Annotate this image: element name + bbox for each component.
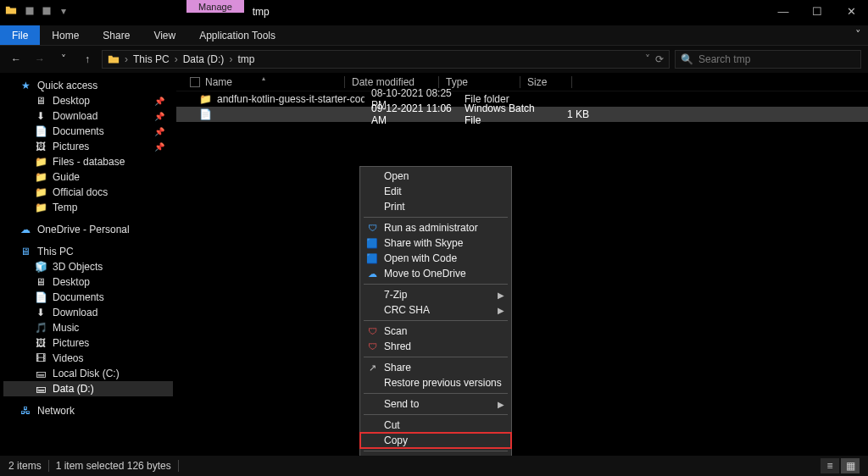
sidebar-network[interactable]: 🖧 Network — [3, 403, 173, 418]
sidebar-item-qa-4[interactable]: 📁Files - database — [3, 154, 173, 169]
sidebar-item-qa-6[interactable]: 📁Official docs — [3, 185, 173, 200]
network-icon: 🖧 — [19, 404, 32, 418]
3d-icon: 🧊 — [34, 260, 47, 274]
sidebar-item-pc-8[interactable]: 🖴Data (D:) — [3, 381, 173, 396]
context-menu-share-with-skype[interactable]: 🟦Share with Skype — [360, 235, 511, 251]
chevron-right-icon[interactable]: › — [229, 53, 232, 65]
up-button[interactable]: ↑ — [78, 50, 97, 69]
sidebar-item-qa-5[interactable]: 📁Guide — [3, 169, 173, 185]
sidebar-item-qa-0[interactable]: 🖥Desktop📌 — [3, 93, 173, 108]
tab-view[interactable]: View — [142, 25, 187, 45]
context-menu-crc-sha[interactable]: CRC SHA▶ — [360, 302, 511, 318]
sidebar-item-pc-3[interactable]: ⬇Download — [3, 305, 173, 320]
window-folder-icon — [5, 4, 19, 18]
context-menu-separator — [364, 414, 508, 415]
sidebar-item-pc-4[interactable]: 🎵Music — [3, 320, 173, 335]
context-menu-open-with-code[interactable]: 🟦Open with Code — [360, 251, 511, 266]
qat-dropdown[interactable]: ▾ — [56, 3, 71, 19]
maximize-button[interactable]: ☐ — [800, 0, 834, 22]
ribbon-collapse-icon[interactable]: ˅ — [855, 28, 861, 41]
sidebar-item-qa-3[interactable]: 🖼Pictures📌 — [3, 139, 173, 154]
select-all-checkbox[interactable] — [190, 77, 200, 87]
sidebar-item-pc-5[interactable]: 🖼Pictures — [3, 335, 173, 351]
context-menu-separator — [364, 284, 508, 285]
chevron-right-icon: ▶ — [498, 306, 504, 315]
pin-icon: 📌 — [154, 127, 164, 136]
sidebar-item-pc-1[interactable]: 🖥Desktop — [3, 274, 173, 290]
search-box[interactable]: 🔍 — [675, 50, 861, 69]
qat-button-1[interactable] — [22, 3, 37, 19]
chevron-right-icon[interactable]: › — [125, 53, 128, 65]
context-menu-print[interactable]: Print — [360, 199, 511, 214]
status-item-count: 2 items — [8, 460, 42, 472]
search-input[interactable] — [698, 53, 855, 65]
context-menu-share[interactable]: ↗Share — [360, 360, 511, 375]
folder-icon: 📁 — [34, 185, 47, 199]
breadcrumb-this-pc[interactable]: This PC — [133, 53, 170, 65]
tab-home[interactable]: Home — [40, 25, 91, 45]
shield-red-icon: 🛡 — [365, 324, 379, 338]
context-menu-send-to[interactable]: Send to▶ — [360, 396, 511, 412]
context-menu-restore-previous-versions[interactable]: Restore previous versions — [360, 375, 511, 390]
sidebar-quick-access[interactable]: ★ Quick access — [3, 78, 173, 93]
refresh-icon[interactable]: ⟳ — [655, 53, 664, 65]
title-bar: ▾ Manage tmp — ☐ ✕ — [0, 0, 868, 25]
context-menu-7-zip[interactable]: 7-Zip▶ — [360, 287, 511, 302]
address-dropdown-icon[interactable]: ˅ — [645, 53, 650, 65]
context-menu-separator — [364, 357, 508, 357]
ribbon-tabs: File Home Share View Application Tools ˅ — [0, 25, 868, 46]
pin-icon: 📌 — [154, 97, 164, 106]
context-menu-run-as-administrator[interactable]: 🛡Run as administrator — [360, 220, 511, 235]
column-headers: Name ▴ Date modified Type Size — [176, 73, 868, 91]
minimize-button[interactable]: — — [766, 0, 800, 22]
file-row-1[interactable]: 📄09-12-2021 11:06 AMWindows Batch File1 … — [176, 107, 868, 122]
star-icon: ★ — [19, 79, 32, 92]
sidebar-item-pc-2[interactable]: 📄Documents — [3, 290, 173, 305]
context-menu-copy[interactable]: Copy — [360, 433, 511, 448]
column-header-size[interactable]: Size — [520, 76, 571, 88]
sidebar-item-pc-7[interactable]: 🖴Local Disk (C:) — [3, 366, 173, 381]
folder-icon: 📁 — [34, 155, 47, 169]
forward-button[interactable]: → — [31, 50, 49, 69]
context-menu-open[interactable]: Open — [360, 169, 511, 184]
recent-dropdown[interactable]: ˅ — [54, 50, 73, 69]
search-icon: 🔍 — [681, 53, 693, 65]
context-menu-shred[interactable]: 🛡Shred — [360, 339, 511, 354]
svg-rect-1 — [43, 8, 50, 14]
sidebar-item-qa-2[interactable]: 📄Documents📌 — [3, 124, 173, 139]
music-icon: 🎵 — [34, 321, 47, 335]
close-button[interactable]: ✕ — [834, 0, 868, 22]
tab-application-tools[interactable]: Application Tools — [187, 25, 287, 45]
context-menu-cut[interactable]: Cut — [360, 418, 511, 433]
status-selection: 1 item selected 126 bytes — [56, 460, 171, 472]
qat-button-2[interactable] — [39, 3, 54, 19]
breadcrumb-folder[interactable]: tmp — [237, 53, 254, 65]
tab-share[interactable]: Share — [91, 25, 142, 45]
breadcrumb-drive[interactable]: Data (D:) — [183, 53, 225, 65]
sidebar-item-pc-6[interactable]: 🎞Videos — [3, 351, 173, 366]
sidebar-item-qa-7[interactable]: 📁Temp — [3, 200, 173, 215]
view-details-button[interactable]: ≡ — [821, 458, 839, 473]
sidebar-this-pc[interactable]: 🖥 This PC — [3, 244, 173, 259]
contextual-tab-manage: Manage — [186, 0, 244, 13]
sidebar-onedrive[interactable]: ☁ OneDrive - Personal — [3, 222, 173, 237]
tab-file[interactable]: File — [0, 25, 40, 45]
desktop-icon: 🖥 — [34, 94, 47, 108]
context-menu-move-to-onedrive[interactable]: ☁Move to OneDrive — [360, 266, 511, 281]
cloud-icon: ☁ — [19, 223, 32, 236]
column-header-name[interactable]: Name ▴ — [183, 76, 344, 88]
column-header-date[interactable]: Date modified — [345, 76, 438, 88]
file-icon: 📄 — [198, 108, 212, 120]
back-button[interactable]: ← — [7, 50, 25, 69]
context-menu-scan[interactable]: 🛡Scan — [360, 324, 511, 339]
shield-red-icon: 🛡 — [365, 340, 379, 353]
chevron-right-icon[interactable]: › — [175, 53, 178, 65]
drive-icon: 🖴 — [34, 367, 47, 380]
column-header-type[interactable]: Type — [439, 76, 520, 88]
sidebar-item-qa-1[interactable]: ⬇Download📌 — [3, 108, 173, 124]
sidebar-item-pc-0[interactable]: 🧊3D Objects — [3, 259, 173, 274]
view-large-icons-button[interactable]: ▦ — [841, 458, 860, 473]
svg-rect-0 — [26, 8, 33, 14]
context-menu-edit[interactable]: Edit — [360, 184, 511, 199]
address-bar[interactable]: › This PC › Data (D:) › tmp ˅ ⟳ — [102, 50, 670, 69]
